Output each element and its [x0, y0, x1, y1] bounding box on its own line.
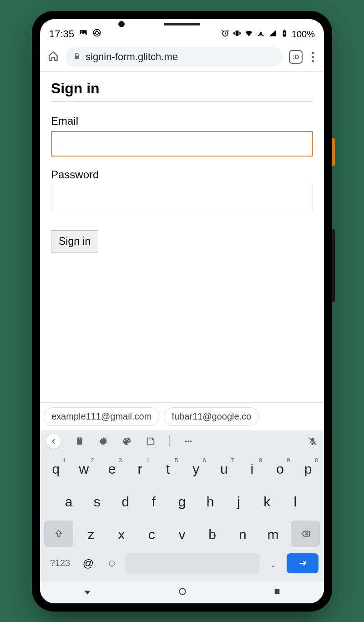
url-text: signin-form.glitch.me [86, 51, 178, 63]
svg-rect-11 [78, 437, 81, 439]
hotspot-icon [256, 29, 265, 40]
svg-point-1 [81, 31, 82, 33]
image-icon [79, 28, 88, 40]
key-b[interactable]: b [200, 521, 225, 549]
key-x[interactable]: x [109, 521, 134, 549]
nav-recent-icon[interactable] [273, 587, 281, 597]
key-v[interactable]: v [169, 521, 195, 549]
home-icon[interactable] [47, 50, 59, 64]
keyboard-row-4: ?123 @ ☺ . [42, 553, 322, 577]
browser-toolbar: signin-form.glitch.me :D [40, 43, 324, 72]
key-s[interactable]: s [84, 488, 110, 516]
phone-camera [118, 21, 125, 27]
key-h[interactable]: h [197, 488, 223, 516]
autofill-suggestions: example111@gmail.com fubar11@google.co [40, 402, 324, 430]
status-time: 17:35 [49, 28, 74, 40]
key-y[interactable]: y6 [183, 455, 209, 483]
gear-icon[interactable] [98, 436, 108, 446]
keyboard-collapse-button[interactable] [46, 434, 61, 449]
key-f[interactable]: f [141, 488, 167, 516]
keyboard-row-2: a s d f g h j k l [42, 488, 322, 516]
key-o[interactable]: o9 [268, 455, 293, 483]
key-n[interactable]: n [230, 521, 255, 549]
url-bar[interactable]: signin-form.glitch.me [66, 47, 283, 67]
key-g[interactable]: g [169, 488, 195, 516]
symbols-key[interactable]: ?123 [46, 558, 75, 568]
signin-button[interactable]: Sign in [51, 230, 98, 253]
key-l[interactable]: l [283, 488, 308, 516]
vibrate-icon [233, 29, 242, 40]
enter-key[interactable] [287, 553, 318, 573]
key-e[interactable]: e3 [99, 455, 125, 483]
key-z[interactable]: z [78, 521, 104, 549]
screen: 17:35 100% signin-form.glitch.me :D [40, 19, 324, 603]
more-icon[interactable] [183, 436, 193, 446]
keyboard: q1 w2 e3 r4 t5 y6 u7 i8 o9 p0 a s d f g [40, 430, 324, 603]
page-content: Sign in Email Password Sign in [40, 72, 324, 402]
nav-back-icon[interactable] [83, 587, 92, 598]
at-key[interactable]: @ [78, 557, 98, 570]
svg-point-16 [128, 440, 129, 440]
shift-key[interactable] [44, 521, 73, 547]
battery-icon [280, 29, 289, 40]
svg-rect-22 [274, 589, 279, 594]
key-d[interactable]: d [113, 488, 138, 516]
suggestion-chip[interactable]: fubar11@google.co [164, 407, 259, 426]
nav-home-icon[interactable] [178, 587, 187, 598]
key-w[interactable]: w2 [71, 455, 96, 483]
password-field[interactable] [51, 185, 313, 210]
key-u[interactable]: u7 [211, 455, 237, 483]
page-title: Sign in [51, 80, 313, 102]
svg-rect-5 [236, 30, 239, 36]
keyboard-row-1: q1 w2 e3 r4 t5 y6 u7 i8 o9 p0 [42, 455, 322, 483]
password-label: Password [51, 168, 313, 181]
phone-speaker [164, 23, 200, 25]
key-p[interactable]: p0 [295, 455, 321, 483]
emoji-key[interactable]: ☺ [102, 557, 122, 569]
chrome-icon [92, 28, 101, 40]
phone-power-button [332, 138, 335, 166]
backspace-key[interactable] [291, 521, 320, 547]
keyboard-row-3: z x c v b n m [42, 521, 322, 549]
key-j[interactable]: j [226, 488, 251, 516]
palette-icon[interactable] [122, 436, 132, 446]
svg-point-17 [185, 440, 187, 442]
phone-frame: 17:35 100% signin-form.glitch.me :D [32, 11, 332, 612]
svg-point-19 [190, 440, 192, 442]
suggestion-chip[interactable]: example111@gmail.com [44, 407, 159, 426]
svg-point-14 [126, 439, 126, 440]
battery-percent: 100% [292, 29, 315, 40]
svg-point-18 [187, 440, 189, 442]
svg-point-6 [260, 32, 261, 34]
lock-icon [73, 51, 81, 63]
phone-volume-button [332, 229, 335, 302]
svg-rect-9 [75, 56, 79, 59]
clipboard-icon[interactable] [75, 436, 85, 446]
key-m[interactable]: m [260, 521, 286, 549]
key-k[interactable]: k [254, 488, 280, 516]
key-q[interactable]: q1 [43, 455, 69, 483]
wifi-icon [244, 29, 253, 40]
key-i[interactable]: i8 [239, 455, 265, 483]
svg-rect-8 [283, 30, 285, 30]
signal-icon [268, 29, 277, 40]
key-c[interactable]: c [139, 521, 164, 549]
keyboard-toolbar [40, 430, 324, 452]
svg-point-15 [127, 439, 128, 440]
sticker-icon[interactable] [146, 436, 156, 446]
mic-off-icon[interactable] [308, 436, 318, 446]
android-nav-bar [40, 582, 324, 603]
menu-button[interactable] [309, 49, 317, 65]
svg-point-21 [179, 588, 185, 594]
email-label: Email [51, 115, 313, 127]
key-r[interactable]: r4 [127, 455, 153, 483]
svg-point-3 [96, 31, 99, 34]
key-t[interactable]: t5 [155, 455, 181, 483]
svg-point-13 [124, 440, 125, 440]
tabs-button[interactable]: :D [289, 50, 303, 64]
email-field[interactable] [51, 131, 313, 157]
period-key[interactable]: . [263, 557, 283, 570]
space-key[interactable] [126, 553, 259, 573]
key-a[interactable]: a [56, 488, 81, 516]
alarm-icon [221, 29, 230, 40]
